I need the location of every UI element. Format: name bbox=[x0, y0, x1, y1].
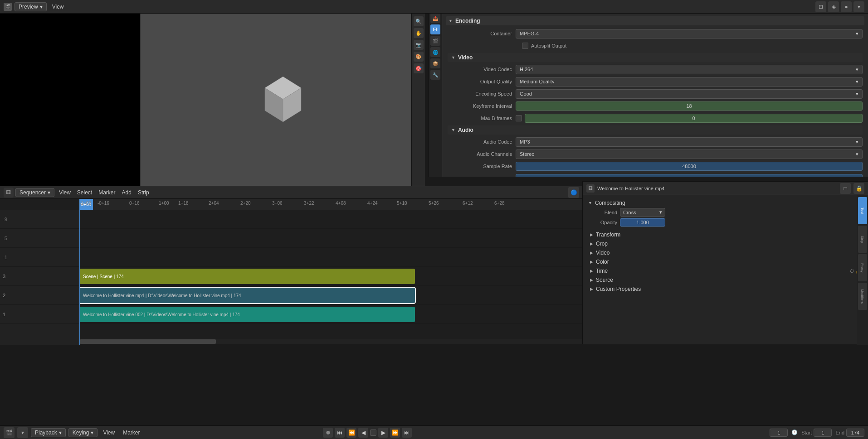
video-codec-row: Video Codec H.264 ▾ bbox=[448, 64, 863, 75]
step-forward-btn[interactable]: ▶ bbox=[378, 428, 388, 438]
video-codec-dropdown[interactable]: H.264 ▾ bbox=[516, 65, 863, 74]
source-item[interactable]: ▶ Source bbox=[586, 275, 864, 285]
prev-keyframe-btn[interactable]: ⏪ bbox=[346, 428, 356, 438]
tab-modifiers[interactable]: Modifiers bbox=[858, 283, 867, 310]
ruler-minus016: -0+16 bbox=[98, 201, 109, 206]
strip-checkbox[interactable]: □ bbox=[840, 183, 851, 194]
strip-lock[interactable]: 🔒 bbox=[853, 183, 864, 194]
scene-strip[interactable]: Scene | Scene | 174 bbox=[79, 269, 415, 284]
viewport-area: 🔍 ✋ 📷 🎨 🎯 bbox=[0, 14, 425, 186]
sequencer-dropdown[interactable]: Sequencer ▾ bbox=[15, 188, 54, 197]
stop-btn[interactable] bbox=[370, 429, 376, 436]
start-value[interactable]: 1 bbox=[814, 429, 832, 437]
bottom-icon2[interactable]: ▾ bbox=[17, 427, 28, 438]
keying-dropdown[interactable]: Keying ▾ bbox=[68, 428, 98, 437]
keyframe-interval-value[interactable]: 18 bbox=[516, 101, 863, 111]
track-label-3: -1 bbox=[0, 248, 79, 267]
compositing-section: ▼ Compositing Blend Cross ▾ Opacity 1.00… bbox=[586, 199, 864, 227]
paint-icon[interactable]: 🎨 bbox=[414, 52, 424, 62]
next-keyframe-btn[interactable]: ⏩ bbox=[390, 428, 400, 438]
hand-icon[interactable]: ✋ bbox=[414, 28, 424, 38]
output-quality-dropdown[interactable]: Medium Quality ▾ bbox=[516, 77, 863, 87]
ruler-118: 1+18 bbox=[178, 201, 189, 206]
scene-prop-icon[interactable]: 🎬 bbox=[430, 36, 440, 46]
transform-item[interactable]: ▶ Transform bbox=[586, 230, 864, 239]
sequencer-menu: View Select Marker Add Strip bbox=[56, 188, 152, 197]
bottom-view-menu[interactable]: View bbox=[100, 429, 117, 437]
sample-rate-row: Sample Rate 48000 bbox=[448, 161, 863, 172]
step-back-btn[interactable]: ◀ bbox=[358, 428, 368, 438]
compositing-header[interactable]: ▼ Compositing bbox=[586, 199, 864, 207]
strip-name-display: Welcome to Hollister vine.mp4 bbox=[597, 186, 837, 191]
video-strip-2[interactable]: Welcome to Hollister vine.002 | D:\Video… bbox=[79, 307, 415, 322]
viewport-tools: 🔍 ✋ 📷 🎨 🎯 bbox=[411, 14, 425, 186]
seq-menu-add[interactable]: Add bbox=[119, 188, 134, 197]
world-prop-icon[interactable]: 🌐 bbox=[430, 47, 440, 57]
source-label: Source bbox=[596, 277, 613, 283]
seq-icon[interactable]: 🎞 bbox=[4, 188, 14, 198]
playback-dropdown[interactable]: Playback ▾ bbox=[31, 428, 66, 437]
tab-proxy[interactable]: Proxy bbox=[858, 254, 867, 281]
seq-menu-marker[interactable]: Marker bbox=[96, 188, 118, 197]
output-prop-icon[interactable]: 📤 bbox=[430, 13, 440, 23]
custom-props-item[interactable]: ▶ Custom Properties bbox=[586, 285, 864, 294]
crop-item[interactable]: ▶ Crop bbox=[586, 239, 864, 248]
jump-start-btn[interactable]: ⏮ bbox=[335, 428, 345, 438]
render-icon[interactable]: ● bbox=[841, 1, 852, 12]
bitrate-value[interactable]: 192 bbox=[516, 174, 863, 177]
time-item[interactable]: ▶ Time ⏱ 🔒 bbox=[586, 266, 864, 275]
container-dropdown[interactable]: MPEG-4 ▾ bbox=[516, 29, 863, 39]
bottom-scene-icon[interactable]: 🎬 bbox=[4, 427, 15, 438]
encoding-prop-icon[interactable]: 🎞 bbox=[430, 24, 440, 34]
viewport-icon[interactable]: 🎬 bbox=[4, 3, 12, 11]
camera-icon[interactable]: 📷 bbox=[414, 40, 424, 50]
tab-strip[interactable]: Strip bbox=[858, 226, 867, 253]
frame-view-icon[interactable]: ⊡ bbox=[815, 1, 826, 12]
max-bframes-value[interactable]: 0 bbox=[525, 114, 863, 123]
tab-tool[interactable]: Tool bbox=[858, 197, 867, 224]
track-row-video1: Welcome to Hollister vine.mp4 | D:\Video… bbox=[79, 286, 583, 305]
autosplit-checkbox[interactable] bbox=[522, 43, 528, 49]
track-label-5: -9 bbox=[0, 210, 79, 229]
cube-3d bbox=[256, 72, 310, 128]
scrollbar-thumb[interactable] bbox=[80, 339, 216, 344]
strip-prop-header: 🎞 Welcome to Hollister vine.mp4 □ 🔒 bbox=[583, 182, 868, 195]
clock-icon: 🕐 bbox=[791, 429, 798, 435]
video-strip-1[interactable]: Welcome to Hollister vine.mp4 | D:\Video… bbox=[79, 288, 415, 303]
bottom-marker-menu[interactable]: Marker bbox=[120, 429, 142, 437]
dropdown-toggle[interactable]: ▾ bbox=[853, 1, 864, 12]
jump-end-btn[interactable]: ⏭ bbox=[402, 428, 412, 438]
encoding-speed-dropdown[interactable]: Good ▾ bbox=[516, 89, 863, 99]
video-section-header[interactable]: ▼ Video bbox=[448, 53, 863, 62]
object-prop-icon[interactable]: 📦 bbox=[430, 58, 440, 68]
track-row-scene: Scene | Scene | 174 bbox=[79, 267, 583, 286]
encoding-section-header[interactable]: ▼ Encoding bbox=[446, 16, 864, 25]
viewport-main[interactable] bbox=[141, 14, 425, 186]
zoom-icon[interactable]: 🔍 bbox=[414, 16, 424, 26]
video-item[interactable]: ▶ Video bbox=[586, 248, 864, 257]
sample-rate-value[interactable]: 48000 bbox=[516, 162, 863, 171]
max-bframes-checkbox[interactable] bbox=[516, 115, 522, 121]
end-value[interactable]: 174 bbox=[846, 429, 864, 437]
seq-menu-view[interactable]: View bbox=[56, 188, 73, 197]
h-scrollbar[interactable] bbox=[79, 339, 583, 344]
modifier-prop-icon[interactable]: 🔧 bbox=[430, 70, 440, 80]
video-label: Video bbox=[596, 250, 610, 256]
record-btn[interactable]: ⬤ bbox=[323, 428, 333, 438]
video-triangle: ▼ bbox=[451, 55, 455, 60]
opacity-value[interactable]: 1.000 bbox=[620, 218, 665, 227]
audio-channels-dropdown[interactable]: Stereo ▾ bbox=[516, 150, 863, 159]
overlay-icon[interactable]: ◈ bbox=[828, 1, 839, 12]
view-menu-item[interactable]: View bbox=[49, 3, 67, 11]
target-icon[interactable]: 🎯 bbox=[414, 63, 424, 73]
audio-codec-dropdown[interactable]: MP3 ▾ bbox=[516, 137, 863, 147]
current-frame-display[interactable]: 1 bbox=[770, 429, 788, 437]
seq-menu-select[interactable]: Select bbox=[74, 188, 95, 197]
preview-dropdown[interactable]: Preview ▾ bbox=[15, 2, 47, 11]
audio-section-header[interactable]: ▼ Audio bbox=[448, 125, 863, 135]
seq-menu-strip[interactable]: Strip bbox=[135, 188, 152, 197]
blend-label: Blend bbox=[590, 210, 617, 215]
seq-snap-icon[interactable]: 🔵 bbox=[568, 187, 579, 198]
blend-dropdown[interactable]: Cross ▾ bbox=[620, 208, 665, 217]
color-item[interactable]: ▶ Color bbox=[586, 257, 864, 266]
